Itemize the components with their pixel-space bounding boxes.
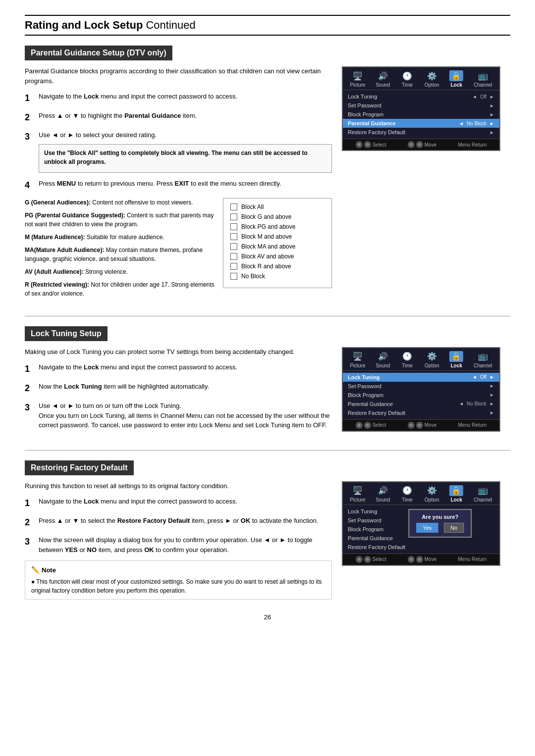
restore-note: ✏️ Note ● This function will clear most … [25,560,332,600]
tv-menu-row-lock-tuning-2: Lock Tuning ◄ Off ► [343,373,499,382]
rating-option-block-g: Block G and above [230,213,324,220]
step-item: 1 Navigate to the Lock menu and input th… [25,92,332,105]
step-item: 1 Navigate to the Lock menu and input th… [25,497,332,510]
rating-option-block-av: Block AV and above [230,253,324,260]
tv-menu-row-block-program: Block Program ► [343,110,499,119]
rating-option-block-all: Block All [230,203,324,210]
tv-icon-channel-3: 📺 Channel [474,485,492,503]
parental-tv-menu: 🖥️ Picture 🔊 Sound 🕐 Time ⚙️ Option [342,66,510,302]
tv-menu-row-set-password: Set Password ► [343,101,499,110]
restore-intro: Running this function to reset all setti… [25,481,332,491]
step-item: 4 Press MENU to return to previous menu.… [25,179,332,192]
tv-menu-row-parental-guidance-2: Parental Guidance ◄ No Block ► [343,400,499,408]
tv-menu-row-lock-tuning: Lock Tuning ◄ Off ► [343,92,499,101]
rating-descriptions: G (General Audiences): Content not offen… [25,198,332,302]
tv-menu-rows-3: Lock Tuning Set Password Block Program P… [343,505,499,554]
step-item: 2 Press ▲ or ▼ to highlight the Parental… [25,111,332,124]
tv-menu-rows: Lock Tuning ◄ Off ► Set Password ► Block… [343,90,499,139]
tv-icon-lock-3: 🔒 Lock [449,485,463,503]
parental-intro: Parental Guidance blocks programs accord… [25,66,332,86]
lock-tuning-intro: Making use of Lock Tuning you can protec… [25,347,332,357]
rating-option-block-ma: Block MA and above [230,243,324,250]
tv-menu-icons-2: 🖥️ Picture 🔊 Sound 🕐 Time ⚙️ Option [343,348,499,371]
tv-icon-sound: 🔊 Sound [375,70,390,88]
tv-icon-time-3: 🕐 Time [400,485,414,503]
tv-icon-option: ⚙️ Option [425,70,439,88]
rating-g: G (General Audiences): Content not offen… [25,198,215,207]
rating-r: R (Restricted viewing): Not for children… [25,280,215,298]
tv-menu-row-restore-3: Restore Factory Default [343,543,499,552]
tv-icon-channel-2: 📺 Channel [474,351,492,368]
page-number: 26 [25,613,510,621]
section-divider-2 [25,450,510,451]
tv-icon-option-2: ⚙️ Option [425,351,439,368]
rating-option-block-r: Block R and above [230,263,324,270]
tv-icon-picture-3: 🖥️ Picture [350,485,365,503]
lock-tuning-steps: 1 Navigate to the Lock menu and input th… [25,362,332,430]
tv-icon-picture: 🖥️ Picture [350,70,365,88]
tv-icon-sound-3: 🔊 Sound [375,485,390,503]
tv-menu-row-restore: Restore Factory Default ► [343,128,499,137]
step-item: 3 Use ◄ or ► to select your desired rati… [25,130,332,173]
dialog-no-button[interactable]: No [444,523,464,533]
restore-header: Restoring Factory Default [25,460,134,475]
rating-ma: MA(Mature Adult Audience): May contain m… [25,246,215,263]
dialog-title: Are you sure? [416,514,464,520]
tv-menu-display-2: 🖥️ Picture 🔊 Sound 🕐 Time ⚙️ Option [342,347,500,432]
dialog-yes-button[interactable]: Yes [416,523,438,533]
tv-icon-lock: 🔒 Lock [449,70,463,88]
restore-factory-section: Restoring Factory Default Running this f… [25,460,510,600]
rating-av: AV (Adult Audience): Strong violence. [25,267,215,276]
lock-tuning-section: Lock Tuning Setup Making use of Lock Tun… [25,326,510,436]
tv-menu-row-set-password-2: Set Password ► [343,382,499,391]
page-title: Rating and Lock Setup Continued [25,15,510,36]
tv-icon-time-2: 🕐 Time [400,351,414,368]
step-item: 3 Now the screen will display a dialog b… [25,535,332,554]
step-item: 2 Now the Lock Tuning item will be highl… [25,382,332,395]
tv-menu-row-restore-2: Restore Factory Default ► [343,408,499,417]
tv-menu-icons-3: 🖥️ Picture 🔊 Sound 🕐 Time ⚙️ Option [343,482,499,505]
tv-icon-lock-2: 🔒 Lock [449,351,463,368]
section-divider [25,316,510,316]
step-item: 1 Navigate to the Lock menu and input th… [25,362,332,376]
rating-option-block-m: Block M and above [230,233,324,240]
rating-option-no-block: No Block [230,273,324,280]
restore-steps: 1 Navigate to the Lock menu and input th… [25,497,332,554]
restore-tv-menu: 🖥️ Picture 🔊 Sound 🕐 Time ⚙️ Option [342,481,510,566]
lock-tuning-header: Lock Tuning Setup [25,326,107,341]
tv-icon-sound-2: 🔊 Sound [375,351,390,368]
tv-menu-footer-3: ⊙⊙ Select ⊙⊙ Move Menu Return [343,554,499,565]
rating-m: M (Mature Audience): Suitable for mature… [25,233,215,242]
tv-menu-row-block-program-2: Block Program ► [343,391,499,400]
tv-icon-channel: 📺 Channel [474,70,492,88]
block-all-note: Use the "Block All" setting to completel… [39,144,332,173]
step-item: 3 Use ◄ or ► to turn on or turn off the … [25,401,332,430]
tv-menu-display-3: 🖥️ Picture 🔊 Sound 🕐 Time ⚙️ Option [342,481,500,566]
are-you-sure-dialog: Are you sure? Yes No [408,509,472,538]
parental-guidance-section: Parental Guidance Setup (DTV only) Paren… [25,46,510,302]
tv-menu-icons: 🖥️ Picture 🔊 Sound 🕐 Time ⚙️ Option [343,67,499,90]
parental-guidance-header: Parental Guidance Setup (DTV only) [25,46,172,60]
tv-menu-footer-2: ⊙⊙ Select ⊙⊙ Move Menu Return [343,419,499,431]
parental-steps: 1 Navigate to the Lock menu and input th… [25,92,332,192]
tv-menu-row-parental-guidance: Parental Guidance ◄ No Block ► [343,119,499,128]
tv-menu-footer: ⊙⊙ Select ⊙⊙ Move Menu Return [343,139,499,150]
rating-options-panel: Block All Block G and above Block PG and… [223,198,332,288]
tv-icon-picture-2: 🖥️ Picture [350,351,365,368]
tv-icon-option-3: ⚙️ Option [425,485,439,503]
step-item: 2 Press ▲ or ▼ to select the Restore Fac… [25,516,332,529]
tv-menu-display-1: 🖥️ Picture 🔊 Sound 🕐 Time ⚙️ Option [342,66,500,151]
rating-pg: PG (Parental Guidance Suggested): Conten… [25,211,215,229]
rating-option-block-pg: Block PG and above [230,223,324,230]
tv-menu-rows-2: Lock Tuning ◄ Off ► Set Password ► Block… [343,371,499,419]
note-icon: ✏️ [31,565,40,575]
lock-tuning-tv-menu: 🖥️ Picture 🔊 Sound 🕐 Time ⚙️ Option [342,347,510,432]
tv-icon-time: 🕐 Time [400,70,414,88]
